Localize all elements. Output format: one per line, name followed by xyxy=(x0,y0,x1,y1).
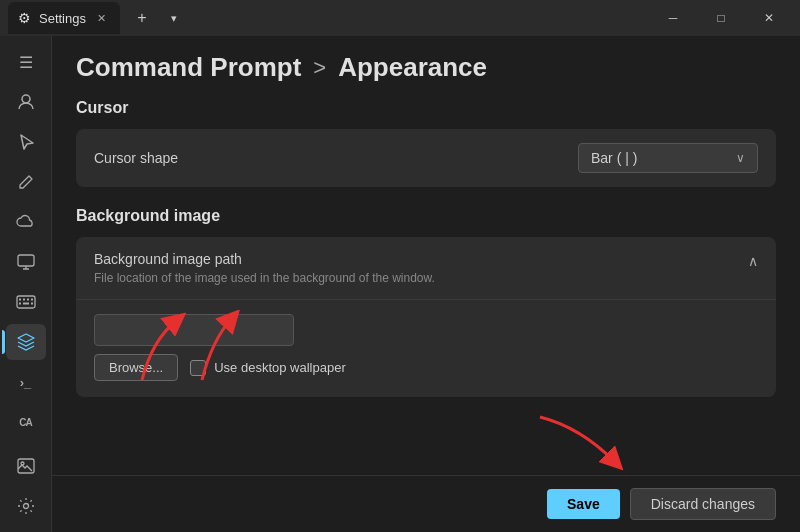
window-controls: ─ □ ✕ xyxy=(650,0,792,36)
background-path-label: Background image path xyxy=(94,251,435,267)
settings-tab[interactable]: ⚙ Settings ✕ xyxy=(8,2,120,34)
sidebar-item-cloud[interactable] xyxy=(6,204,46,240)
sidebar-item-keyboard[interactable] xyxy=(6,284,46,320)
sidebar-item-cursor[interactable] xyxy=(6,124,46,160)
wallpaper-checkbox-label[interactable]: Use desktop wallpaper xyxy=(190,360,346,376)
sidebar-item-edit[interactable] xyxy=(6,164,46,200)
svg-point-11 xyxy=(21,462,24,465)
cursor-shape-dropdown-arrow: ∨ xyxy=(736,151,745,165)
breadcrumb-separator: > xyxy=(313,55,326,81)
svg-rect-9 xyxy=(31,303,33,305)
background-section: Background image Background image path F… xyxy=(76,207,776,397)
main-content: Command Prompt > Appearance Cursor Curso… xyxy=(52,36,800,532)
minimize-button[interactable]: ─ xyxy=(650,0,696,36)
breadcrumb-current: Appearance xyxy=(338,52,487,83)
cursor-settings-card: Cursor shape Bar ( | ) ∨ xyxy=(76,129,776,187)
settings-tab-label: Settings xyxy=(39,11,86,26)
path-input-row xyxy=(76,300,776,354)
bottom-bar: Save Discard changes xyxy=(52,475,800,532)
svg-rect-2 xyxy=(17,296,35,308)
settings-tab-icon: ⚙ xyxy=(18,10,31,26)
expand-arrow-icon: ∧ xyxy=(748,253,758,269)
background-path-expandable-row[interactable]: Background image path File location of t… xyxy=(76,237,776,300)
svg-rect-3 xyxy=(19,299,21,301)
browse-row: Browse... Use desktop wallpaper xyxy=(76,354,776,397)
background-path-label-group: Background image path File location of t… xyxy=(94,251,435,285)
wallpaper-checkbox-text: Use desktop wallpaper xyxy=(214,360,346,375)
svg-rect-1 xyxy=(18,255,34,266)
settings-content: Cursor Cursor shape Bar ( | ) ∨ Backgrou… xyxy=(52,95,800,475)
new-tab-button[interactable]: + xyxy=(128,4,156,32)
sidebar-item-cal[interactable]: CA xyxy=(6,404,46,440)
titlebar-actions: + ▾ xyxy=(128,4,188,32)
background-settings-card: Background image path File location of t… xyxy=(76,237,776,397)
breadcrumb: Command Prompt > Appearance xyxy=(52,36,800,95)
settings-tab-close[interactable]: ✕ xyxy=(94,10,110,26)
sidebar-item-image[interactable] xyxy=(6,448,46,484)
background-section-title: Background image xyxy=(76,207,776,225)
sidebar-item-hamburger[interactable]: ☰ xyxy=(6,44,46,80)
cursor-shape-value: Bar ( | ) xyxy=(591,150,637,166)
svg-rect-8 xyxy=(23,303,29,305)
discard-button[interactable]: Discard changes xyxy=(630,488,776,520)
browse-button[interactable]: Browse... xyxy=(94,354,178,381)
background-path-input[interactable] xyxy=(94,314,294,346)
svg-rect-5 xyxy=(27,299,29,301)
maximize-button[interactable]: □ xyxy=(698,0,744,36)
svg-rect-6 xyxy=(31,299,33,301)
sidebar-item-monitor[interactable] xyxy=(6,244,46,280)
app-body: ☰ xyxy=(0,36,800,532)
cursor-shape-row: Cursor shape Bar ( | ) ∨ xyxy=(76,129,776,187)
svg-point-12 xyxy=(23,504,28,509)
svg-rect-4 xyxy=(23,299,25,301)
cursor-section-title: Cursor xyxy=(76,99,776,117)
svg-rect-7 xyxy=(19,303,21,305)
background-path-desc: File location of the image used in the b… xyxy=(94,271,435,285)
breadcrumb-parent: Command Prompt xyxy=(76,52,301,83)
titlebar: ⚙ Settings ✕ + ▾ ─ □ ✕ xyxy=(0,0,800,36)
new-tab-dropdown-button[interactable]: ▾ xyxy=(160,4,188,32)
sidebar-item-terminal[interactable]: ›_ xyxy=(6,364,46,400)
cursor-shape-dropdown[interactable]: Bar ( | ) ∨ xyxy=(578,143,758,173)
sidebar-item-layers[interactable] xyxy=(6,324,46,360)
sidebar: ☰ xyxy=(0,36,52,532)
sidebar-item-settings[interactable] xyxy=(6,488,46,524)
sidebar-item-profile[interactable] xyxy=(6,84,46,120)
cursor-shape-label: Cursor shape xyxy=(94,150,578,166)
save-button[interactable]: Save xyxy=(547,489,620,519)
wallpaper-checkbox[interactable] xyxy=(190,360,206,376)
close-button[interactable]: ✕ xyxy=(746,0,792,36)
svg-point-0 xyxy=(22,95,30,103)
